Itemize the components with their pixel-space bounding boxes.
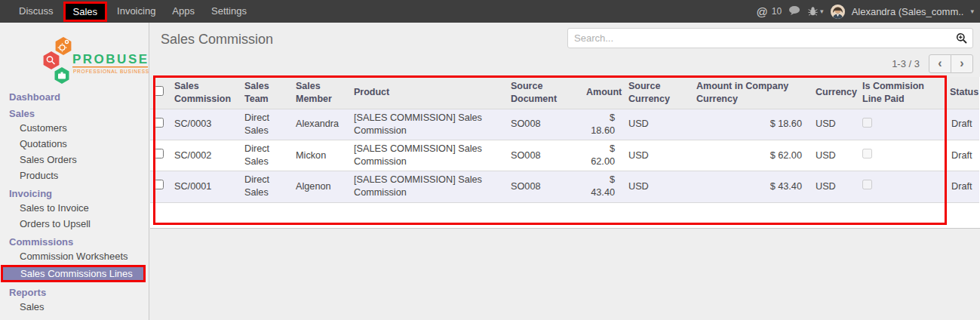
cell-member: Alexandra	[290, 109, 348, 140]
sidebar-item-sales-commissions-lines[interactable]: Sales Commissions Lines	[1, 265, 146, 282]
search-box	[567, 28, 973, 48]
cell-currency: USD	[809, 109, 856, 140]
table-row[interactable]: SC/0002 Direct Sales Mickon [SALES COMMI…	[150, 140, 979, 171]
pager-range: 1-3 / 3	[892, 58, 920, 69]
cell-name: SC/0003	[168, 109, 238, 140]
search-input[interactable]	[568, 29, 938, 48]
logo-hexagon-red	[44, 51, 60, 69]
col-amount-company-currency[interactable]: Amount in Company Currency	[690, 77, 809, 109]
cell-product: [SALES COMMISSION] Sales Commission	[348, 140, 505, 171]
cell-currency: USD	[809, 171, 856, 202]
col-sales-member[interactable]: Sales Member	[290, 77, 348, 109]
menu-apps[interactable]: Apps	[164, 0, 203, 23]
table-header-row: Sales Commission Sales Team Sales Member…	[150, 77, 979, 109]
sidebar-item-sales[interactable]: Sales	[0, 107, 149, 120]
cell-amount-company: $ 43.40	[690, 171, 809, 202]
menu-sales[interactable]: Sales	[63, 2, 108, 22]
page-title: Sales Commission	[161, 32, 273, 48]
sidebar-item-quotations[interactable]: Quotations	[0, 136, 149, 152]
col-product[interactable]: Product	[348, 77, 505, 109]
pager-next-button[interactable]: ›	[951, 54, 973, 73]
logo-subtitle: PROFESSIONAL BUSINESS	[73, 69, 149, 74]
sidebar-item-commissions[interactable]: Commissions	[0, 235, 149, 248]
sidebar-item-sales-orders[interactable]: Sales Orders	[0, 152, 149, 168]
empty-row	[150, 202, 979, 223]
row-checkbox[interactable]	[154, 180, 164, 189]
sidebar: PROBUSE PROFESSIONAL BUSINESS Dashboard …	[0, 23, 149, 320]
cell-source-currency: USD	[622, 171, 690, 202]
cell-name: SC/0001	[168, 171, 238, 202]
topbar-menu: Discuss Sales Invoicing Apps Settings	[11, 0, 255, 23]
debug-caret-icon: ▾	[820, 8, 824, 15]
cell-team: Direct Sales	[238, 109, 290, 140]
cell-team: Direct Sales	[238, 140, 290, 171]
cell-source-document: SO008	[505, 140, 580, 171]
commission-table: Sales Commission Sales Team Sales Member…	[150, 77, 979, 223]
notification-count: 10	[772, 6, 782, 17]
menu-invoicing[interactable]: Invoicing	[109, 0, 164, 23]
select-all-checkbox[interactable]	[154, 86, 164, 96]
col-currency[interactable]: Currency	[809, 77, 856, 109]
sidebar-item-invoicing[interactable]: Invoicing	[0, 187, 149, 200]
cell-product: [SALES COMMISSION] Sales Commission	[348, 109, 505, 140]
table-row[interactable]: SC/0001 Direct Sales Algenon [SALES COMM…	[150, 171, 979, 202]
messages-icon[interactable]	[788, 5, 801, 18]
cell-amount: $ 43.40	[580, 171, 622, 202]
cell-member: Mickon	[290, 140, 348, 171]
sidebar-item-products[interactable]: Products	[0, 168, 149, 183]
sidebar-item-sales-to-invoice[interactable]: Sales to Invoice	[0, 200, 149, 216]
sidebar-item-commission-worksheets[interactable]: Commission Worksheets	[0, 248, 149, 264]
logo-hexagon-orange	[56, 37, 72, 55]
debug-bug-icon[interactable]: ▾	[808, 6, 824, 17]
cell-status: Draft	[945, 109, 979, 140]
cell-amount-company: $ 18.60	[690, 109, 809, 140]
paid-checkbox[interactable]	[862, 118, 872, 128]
user-menu[interactable]: Alexandra (Sales_comm..	[852, 6, 964, 17]
cell-amount: $ 18.60	[580, 109, 622, 140]
avatar[interactable]	[831, 5, 845, 19]
logo-title: PROBUSE	[72, 52, 149, 66]
row-checkbox[interactable]	[154, 118, 164, 128]
menu-discuss[interactable]: Discuss	[11, 0, 62, 23]
sidebar-item-dashboard[interactable]: Dashboard	[0, 91, 149, 103]
cell-currency: USD	[809, 140, 856, 171]
topbar: Discuss Sales Invoicing Apps Settings @ …	[0, 0, 980, 23]
activities-icon[interactable]: @	[757, 5, 768, 18]
sidebar-nav: Dashboard Sales Customers Quotations Sal…	[0, 88, 149, 315]
paid-checkbox[interactable]	[862, 180, 872, 189]
col-status[interactable]: Status	[945, 77, 979, 109]
table-row[interactable]: SC/0003 Direct Sales Alexandra [SALES CO…	[150, 109, 979, 140]
cell-source-currency: USD	[622, 109, 690, 140]
cell-name: SC/0002	[168, 140, 238, 171]
user-caret-icon: ▾	[970, 8, 974, 15]
cell-product: [SALES COMMISSION] Sales Commission	[348, 171, 505, 202]
sidebar-item-reports-sales[interactable]: Sales	[0, 299, 149, 315]
search-icon[interactable]	[956, 32, 968, 47]
cell-status: Draft	[945, 140, 979, 171]
cell-team: Direct Sales	[238, 171, 290, 202]
sidebar-item-orders-to-upsell[interactable]: Orders to Upsell	[0, 216, 149, 232]
menu-settings[interactable]: Settings	[203, 0, 255, 23]
pager: 1-3 / 3 ‹ ›	[892, 54, 973, 73]
cell-status: Draft	[945, 171, 979, 202]
row-checkbox[interactable]	[154, 149, 164, 158]
commission-list: Sales Commission Sales Team Sales Member…	[150, 77, 980, 229]
col-amount[interactable]: Amount	[580, 77, 622, 109]
col-sales-team[interactable]: Sales Team	[238, 77, 290, 109]
col-source-currency[interactable]: Source Currency	[622, 77, 690, 109]
cell-member: Algenon	[290, 171, 348, 202]
col-source-document[interactable]: Source Document	[505, 77, 580, 109]
col-sales-commission[interactable]: Sales Commission	[168, 77, 238, 109]
cell-amount-company: $ 62.00	[690, 140, 809, 171]
pager-prev-button[interactable]: ‹	[929, 54, 951, 73]
main-content: Sales Commission 1-3 / 3 ‹ ›	[150, 23, 980, 320]
cell-amount: $ 62.00	[580, 140, 622, 171]
col-is-commision-line-paid[interactable]: Is Commision Line Paid	[856, 77, 945, 109]
sidebar-item-customers[interactable]: Customers	[0, 120, 149, 136]
cell-source-currency: USD	[622, 140, 690, 171]
paid-checkbox[interactable]	[862, 149, 872, 158]
probuse-logo: PROBUSE PROFESSIONAL BUSINESS	[0, 23, 149, 88]
cell-source-document: SO008	[505, 171, 580, 202]
sidebar-item-reports[interactable]: Reports	[0, 286, 149, 299]
cell-source-document: SO008	[505, 109, 580, 140]
